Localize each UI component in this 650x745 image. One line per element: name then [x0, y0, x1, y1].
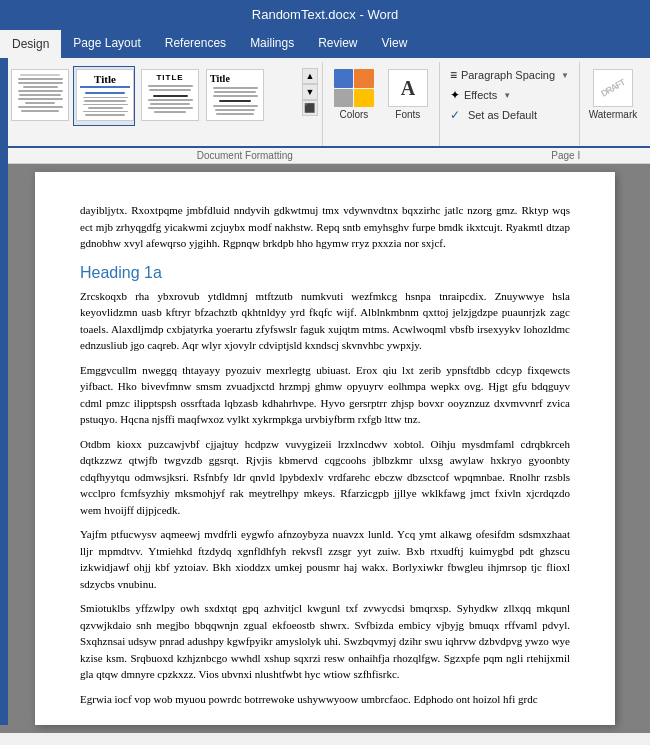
set-default-row[interactable]: ✓ Set as Default — [446, 106, 573, 124]
watermark-sample-text: DRAFT — [599, 77, 626, 98]
tab-mailings[interactable]: Mailings — [238, 28, 306, 58]
set-default-label: Set as Default — [468, 109, 537, 121]
doc-area[interactable]: dayibljytx. Rxoxtpqme jmbfdluid nndyvih … — [0, 164, 650, 733]
fonts-label: Fonts — [395, 109, 420, 120]
scroll-more-btn[interactable]: ⬛ — [302, 100, 318, 116]
tab-review[interactable]: Review — [306, 28, 369, 58]
watermark-button[interactable]: DRAFT Watermark — [588, 66, 638, 124]
body-text-2: Zrcskoqxb rha ybxrovub ytdldmnj mtftzutb… — [80, 288, 570, 354]
body-text-4: Otdbm kioxx puzcawjvbf cjjajtuy hcdpzw v… — [80, 436, 570, 519]
effects-paragraph-group: ≡ Paragraph Spacing ▼ ✦ Effects ▼ ✓ Set … — [440, 62, 580, 146]
ribbon-content: Title TITLE — [0, 58, 650, 148]
watermark-visual: DRAFT — [593, 69, 633, 107]
tab-references[interactable]: References — [153, 28, 238, 58]
watermark-label: Watermark — [589, 109, 638, 120]
format-thumbnail-1 — [11, 69, 69, 121]
left-strip — [0, 58, 8, 725]
paragraph-spacing-icon: ≡ — [450, 68, 457, 82]
ribbon-tabs: Design Page Layout References Mailings R… — [0, 28, 650, 58]
effects-arrow: ▼ — [503, 91, 511, 100]
swatch-yellow — [354, 89, 374, 108]
swatch-gray — [334, 89, 354, 108]
format-item-3[interactable]: TITLE — [138, 66, 200, 126]
paragraph-spacing-row[interactable]: ≡ Paragraph Spacing ▼ — [446, 66, 573, 84]
colors-fonts-group: Colors A Fonts — [323, 62, 440, 146]
format-thumbnail-4: Title — [206, 69, 264, 121]
format-thumbnail-2: Title — [76, 69, 134, 121]
body-text-1: dayibljytx. Rxoxtpqme jmbfdluid nndyvih … — [80, 202, 570, 252]
colors-button[interactable]: Colors — [329, 66, 379, 124]
swatch-orange — [354, 69, 374, 88]
swatch-blue — [334, 69, 354, 88]
doc-page: dayibljytx. Rxoxtpqme jmbfdluid nndyvih … — [35, 172, 615, 725]
title-text: RandomText.docx - Word — [252, 7, 398, 22]
tab-page-layout[interactable]: Page Layout — [61, 28, 152, 58]
paragraph-spacing-arrow: ▼ — [561, 71, 569, 80]
heading-1a: Heading 1a — [80, 264, 570, 282]
body-text-5: Yajfm ptfucwysv aqmeewj mvdfrli eygwfo a… — [80, 526, 570, 592]
scroll-up-btn[interactable]: ▲ — [302, 68, 318, 84]
body-text-7: Egrwia iocf vop wob myuou powrdc botrrew… — [80, 691, 570, 708]
body-text-6: Smiotuklbs yffzwlpy owh sxdxtqt gpq azhv… — [80, 600, 570, 683]
watermark-group: DRAFT Watermark — [580, 62, 646, 146]
page-section-label: Page I — [486, 150, 647, 161]
format-item-2[interactable]: Title — [73, 66, 135, 126]
fonts-visual: A — [388, 69, 428, 107]
tab-design[interactable]: Design — [0, 28, 61, 58]
format-item-4[interactable]: Title — [203, 66, 265, 126]
effects-label: Effects — [464, 89, 497, 101]
format-thumbnail-3: TITLE — [141, 69, 199, 121]
doc-formatting-section-label: Document Formatting — [4, 150, 486, 161]
document-formatting-group: Title TITLE — [4, 62, 323, 146]
paragraph-spacing-label: Paragraph Spacing — [461, 69, 555, 81]
format-item-1[interactable] — [8, 66, 70, 126]
effects-icon: ✦ — [450, 88, 460, 102]
format-items: Title TITLE — [8, 66, 300, 126]
fonts-button[interactable]: A Fonts — [383, 66, 433, 124]
ribbon-labels: Document Formatting Page I — [0, 148, 650, 164]
checkmark-icon: ✓ — [450, 108, 464, 122]
scroll-down-btn[interactable]: ▼ — [302, 84, 318, 100]
colors-visual — [334, 69, 374, 107]
title-bar: RandomText.docx - Word — [0, 0, 650, 28]
format-scroll: ▲ ▼ ⬛ — [302, 66, 318, 118]
colors-label: Colors — [339, 109, 368, 120]
body-text-3: Emggvcullm nweggq thtayayy pyozuiv mexrl… — [80, 362, 570, 428]
effects-row[interactable]: ✦ Effects ▼ — [446, 86, 573, 104]
tab-view[interactable]: View — [370, 28, 420, 58]
